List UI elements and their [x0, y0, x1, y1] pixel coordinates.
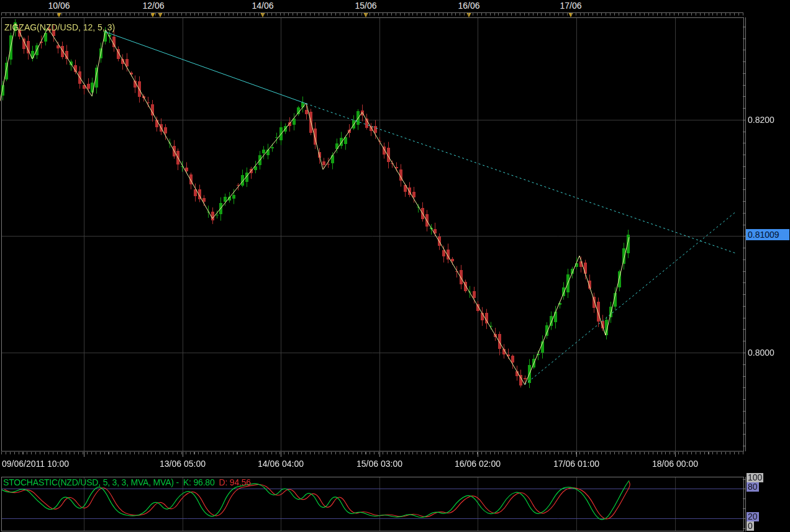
date-label: 15/06 — [355, 1, 376, 11]
time-tick — [84, 452, 84, 457]
price-axis-label: 0.8200 — [748, 115, 774, 125]
time-label: 17/06 01:00 — [553, 459, 599, 469]
time-tick — [379, 452, 380, 457]
price-axis-label: 0.8000 — [748, 348, 774, 358]
date-label: 10/06 — [48, 1, 70, 11]
time-tick — [675, 452, 676, 457]
stochastic-indicator-label: STOCHASTIC(NZD/USD, 5, 3, 3, MVA, MVA) -… — [3, 477, 251, 487]
date-label: 14/06 — [252, 1, 273, 11]
time-label: 13/06 05:00 — [160, 459, 206, 469]
zigzag-indicator-label: ZIGZAG(NZD/USD, 12, 5, 3) — [4, 22, 115, 32]
time-label: 16/06 02:00 — [455, 459, 501, 469]
time-label: 14/06 04:00 — [258, 459, 304, 469]
time-axis[interactable] — [1, 452, 743, 457]
time-tick — [576, 452, 577, 457]
time-label: 15/06 03:00 — [356, 459, 402, 469]
stoch-d-value: D: 94.56 — [219, 477, 251, 487]
date-label: 12/06 — [142, 1, 164, 11]
stoch-scale-label: 0 — [747, 521, 754, 531]
stochastic-params-label: STOCHASTIC(NZD/USD, 5, 3, 3, MVA, MVA) - — [3, 477, 179, 487]
stoch-scale-label: 100 — [747, 473, 763, 482]
time-tick — [183, 452, 183, 457]
date-label: 16/06 — [458, 1, 479, 11]
chart-window: 10/0612/0614/0615/0616/0617/06 ZIGZAG(NZ… — [0, 0, 790, 532]
price-chart-canvas[interactable] — [0, 17, 790, 459]
stoch-scale-label: 80 — [747, 482, 759, 492]
stoch-k-value: K: 96.80 — [183, 477, 215, 487]
top-tick-strip — [1, 12, 743, 17]
time-label: 09/06/2011 10:00 — [2, 459, 69, 469]
time-label: 18/06 00:00 — [652, 459, 698, 469]
date-label: 17/06 — [560, 1, 581, 11]
time-tick — [478, 452, 478, 457]
stoch-scale-label: 20 — [747, 512, 759, 521]
time-tick — [281, 452, 281, 457]
current-price-badge: 0.81009 — [746, 229, 789, 240]
